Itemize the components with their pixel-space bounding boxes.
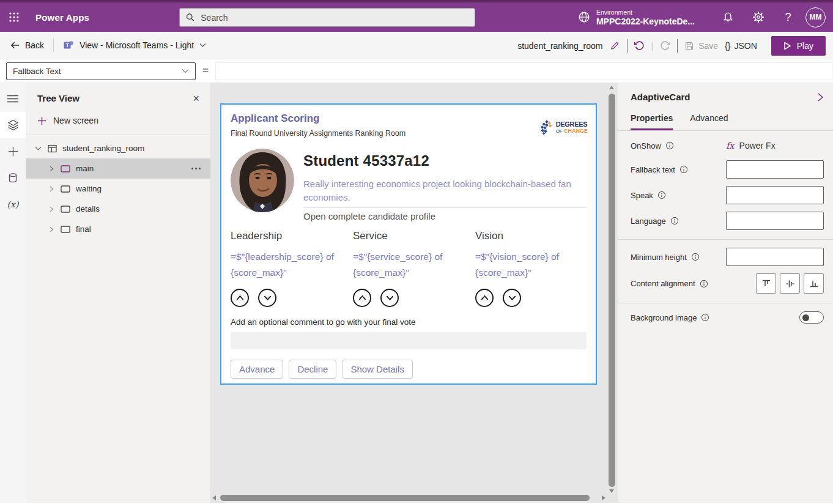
- info-icon[interactable]: [700, 280, 708, 288]
- show-details-button[interactable]: Show Details: [342, 360, 413, 379]
- score-down-button[interactable]: [258, 289, 276, 307]
- info-icon[interactable]: [657, 191, 666, 199]
- decline-button[interactable]: Decline: [289, 360, 336, 379]
- play-button[interactable]: Play: [771, 36, 826, 56]
- formula-input[interactable]: [215, 62, 833, 80]
- notifications-button[interactable]: [713, 2, 743, 32]
- top-bar: Power Apps Environment MPPC2022-KeynoteD…: [0, 2, 833, 32]
- save-button[interactable]: Save: [684, 41, 718, 51]
- onshow-value[interactable]: fx Power Fx: [726, 141, 824, 150]
- info-icon[interactable]: [691, 253, 700, 261]
- undo-button[interactable]: [634, 40, 645, 51]
- collapse-panel-button[interactable]: [816, 92, 824, 102]
- speak-label-group: Speak: [631, 191, 666, 200]
- search-input[interactable]: [199, 12, 468, 23]
- student-info: Student 45337a12 Really interesting econ…: [303, 149, 587, 221]
- rail-tree-view-button[interactable]: [0, 112, 26, 138]
- student-description: Really interesting economics project loo…: [303, 177, 587, 208]
- prop-row-minimum-height: Minimum height: [631, 248, 824, 266]
- rail-insert-button[interactable]: [0, 138, 26, 165]
- align-bottom-button[interactable]: [804, 273, 824, 294]
- rail-variables-button[interactable]: (x): [0, 191, 26, 217]
- topbar-right-group: Environment MPPC2022-KeynoteDe...: [577, 2, 833, 32]
- score-up-button[interactable]: [231, 289, 249, 307]
- info-icon[interactable]: [701, 313, 709, 322]
- divider: [618, 130, 833, 131]
- property-selector[interactable]: Fallback Text: [6, 62, 196, 80]
- scroll-left-arrow-icon[interactable]: [212, 495, 216, 500]
- comment-input[interactable]: [231, 332, 587, 349]
- app-title: student_ranking_room: [517, 41, 602, 51]
- tab-properties[interactable]: Properties: [631, 113, 673, 130]
- gear-icon: [752, 11, 765, 23]
- scroll-right-arrow-icon[interactable]: [602, 495, 605, 500]
- chevron-down-icon: [182, 69, 189, 73]
- play-icon: [783, 42, 791, 50]
- back-arrow-icon: [10, 40, 20, 50]
- open-profile-link[interactable]: Open complete candidate profile: [303, 211, 587, 221]
- chevron-right-icon[interactable]: [48, 206, 55, 213]
- more-options-icon[interactable]: [191, 168, 201, 169]
- chevron-up-icon: [235, 294, 245, 302]
- json-button[interactable]: {} JSON: [725, 41, 757, 51]
- account-avatar[interactable]: MM: [805, 7, 826, 28]
- score-up-button[interactable]: [475, 289, 494, 307]
- speak-input[interactable]: [726, 186, 824, 204]
- chevron-right-icon[interactable]: [48, 185, 55, 193]
- global-search[interactable]: [179, 8, 475, 27]
- background-image-toggle[interactable]: [799, 311, 824, 324]
- help-button[interactable]: ?: [773, 2, 803, 32]
- content-alignment-label: Content alignment: [631, 279, 695, 288]
- info-icon[interactable]: [665, 141, 674, 150]
- divider: [618, 239, 833, 240]
- back-button[interactable]: Back: [0, 40, 53, 50]
- fallback-text-label-group: Fallback text: [631, 165, 688, 174]
- fallback-text-input[interactable]: [726, 160, 824, 179]
- vertical-scrollbar[interactable]: [608, 84, 616, 493]
- minimum-height-input[interactable]: [726, 248, 824, 266]
- rail-menu-button[interactable]: [0, 86, 26, 112]
- chevron-right-icon[interactable]: [48, 165, 55, 172]
- plus-icon: [8, 146, 18, 157]
- horizontal-scrollbar[interactable]: [212, 494, 605, 502]
- settings-button[interactable]: [743, 2, 773, 32]
- align-top-button[interactable]: [756, 273, 776, 294]
- scroll-up-arrow-icon[interactable]: [609, 86, 614, 89]
- language-input[interactable]: [726, 212, 824, 230]
- toolbar-right-group: student_ranking_room |: [517, 32, 826, 59]
- score-down-button[interactable]: [380, 289, 399, 307]
- scroll-down-arrow-icon[interactable]: [609, 489, 614, 493]
- tab-advanced[interactable]: Advanced: [690, 113, 728, 130]
- search-icon: [186, 13, 194, 22]
- vertical-scrollbar-thumb[interactable]: [609, 94, 615, 487]
- chevron-right-icon[interactable]: [48, 226, 55, 233]
- info-icon[interactable]: [670, 217, 679, 225]
- waffle-menu-icon[interactable]: [0, 2, 28, 32]
- score-up-button[interactable]: [353, 289, 371, 307]
- tree-root-app[interactable]: student_ranking_room: [26, 135, 210, 158]
- design-canvas[interactable]: Applicant Scoring Final Round University…: [211, 83, 618, 503]
- new-screen-button[interactable]: New screen: [26, 108, 210, 135]
- redo-button[interactable]: [660, 40, 670, 51]
- environment-label: Environment: [596, 9, 695, 17]
- view-selector[interactable]: T View - Microsoft Teams - Light: [54, 40, 215, 51]
- advance-button[interactable]: Advance: [231, 360, 283, 379]
- teams-icon: T: [63, 40, 74, 51]
- close-icon[interactable]: ×: [193, 94, 199, 103]
- rename-app-button[interactable]: [610, 40, 620, 51]
- tree-item-screen-details[interactable]: details: [26, 199, 210, 219]
- tree-item-screen-main[interactable]: main: [26, 158, 210, 179]
- adaptive-card-control[interactable]: Applicant Scoring Final Round University…: [220, 103, 597, 385]
- info-icon[interactable]: [679, 165, 688, 174]
- tree-item-screen-final[interactable]: final: [26, 219, 210, 239]
- rail-data-button[interactable]: [0, 165, 26, 191]
- toolbar-thin-separator: |: [651, 41, 654, 51]
- background-image-label-group: Background image: [631, 313, 709, 322]
- align-middle-button[interactable]: [780, 273, 800, 294]
- tree-item-screen-waiting[interactable]: waiting: [26, 179, 210, 199]
- environment-picker[interactable]: Environment MPPC2022-KeynoteDe...: [577, 9, 695, 26]
- chevron-down-icon[interactable]: [34, 144, 42, 152]
- score-down-button[interactable]: [503, 289, 521, 307]
- horizontal-scrollbar-thumb[interactable]: [220, 495, 590, 501]
- new-screen-label: New screen: [53, 116, 98, 125]
